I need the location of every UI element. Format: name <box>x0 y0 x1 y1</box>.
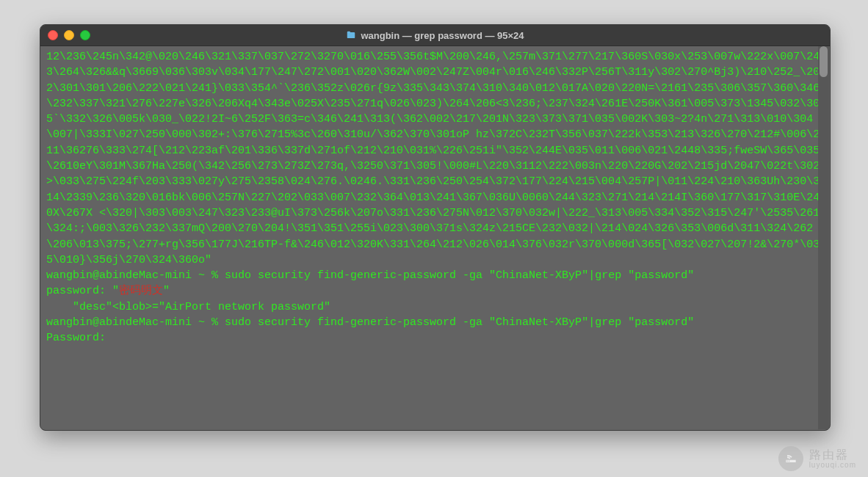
traffic-lights <box>48 30 90 40</box>
password-plaintext: 密码明文 <box>119 285 163 297</box>
sudo-password-prompt: Password: <box>46 332 106 344</box>
scrollbar-thumb[interactable] <box>820 46 828 77</box>
close-icon[interactable] <box>48 30 58 40</box>
password-close-quote: " <box>163 285 170 297</box>
password-label: password: " <box>46 285 119 297</box>
watermark-cn: 路由器 <box>809 448 856 462</box>
zoom-icon[interactable] <box>80 30 90 40</box>
desc-line: "desc"<blob>="AirPort network password" <box>46 301 330 313</box>
scrollbar[interactable] <box>818 46 829 429</box>
terminal-window: wangbin — grep password — 95×24 12\236\2… <box>40 24 831 431</box>
command-text: sudo security find-generic-password -ga … <box>225 316 694 329</box>
router-icon <box>778 446 803 471</box>
window-title-container: wangbin — grep password — 95×24 <box>40 30 830 41</box>
shell-prompt: wangbin@abindeMac-mini ~ % <box>46 269 225 282</box>
titlebar[interactable]: wangbin — grep password — 95×24 <box>40 25 830 46</box>
shell-prompt: wangbin@abindeMac-mini ~ % <box>46 316 225 329</box>
minimize-icon[interactable] <box>64 30 74 40</box>
watermark-domain: luyouqi.com <box>809 461 856 469</box>
binary-output: 12\236\245n\342@\020\246\321\337\037\272… <box>46 51 820 266</box>
watermark: 路由器 luyouqi.com <box>778 446 856 471</box>
folder-icon <box>346 30 356 40</box>
command-text: sudo security find-generic-password -ga … <box>225 269 694 282</box>
window-title: wangbin — grep password — 95×24 <box>361 30 524 41</box>
watermark-text: 路由器 luyouqi.com <box>809 448 856 470</box>
terminal-body[interactable]: 12\236\245n\342@\020\246\321\337\037\272… <box>40 45 830 430</box>
